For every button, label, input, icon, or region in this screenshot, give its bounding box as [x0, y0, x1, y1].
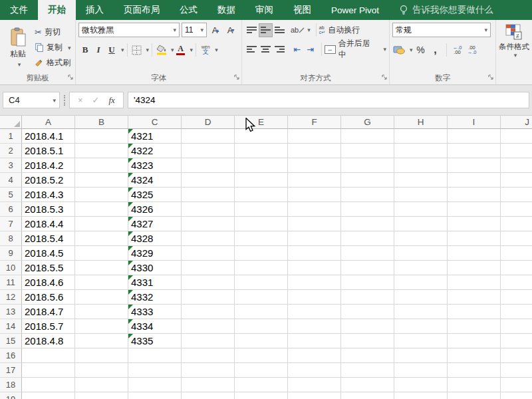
cell-J10[interactable] — [501, 261, 532, 275]
cell-C14[interactable]: 4334 — [128, 319, 182, 334]
column-header-I[interactable]: I — [448, 116, 501, 129]
fill-color-button[interactable] — [155, 43, 168, 57]
cell-B14[interactable] — [75, 319, 128, 334]
cell-B19[interactable] — [75, 392, 128, 399]
cell-G1[interactable] — [341, 129, 394, 144]
column-header-D[interactable]: D — [182, 116, 235, 129]
cell-A9[interactable]: 2018.4.5 — [22, 246, 75, 261]
cell-B11[interactable] — [75, 275, 128, 290]
row-header-3[interactable]: 3 — [0, 158, 22, 173]
column-header-C[interactable]: C — [128, 116, 182, 129]
row-header-4[interactable]: 4 — [0, 173, 22, 188]
cell-I6[interactable] — [448, 202, 501, 217]
cell-A19[interactable] — [22, 392, 75, 399]
orientation-button[interactable]: ab ▾ — [291, 23, 311, 37]
cell-B13[interactable] — [75, 305, 128, 319]
borders-button[interactable] — [130, 43, 144, 57]
cell-C2[interactable]: 4322 — [128, 144, 182, 158]
cell-G6[interactable] — [341, 202, 394, 217]
cell-I3[interactable] — [448, 158, 501, 173]
cell-C4[interactable]: 4324 — [128, 173, 182, 188]
name-box-dropdown-arrow[interactable]: ▾ — [53, 97, 56, 104]
cell-J18[interactable] — [501, 378, 532, 392]
cell-A11[interactable]: 2018.4.6 — [22, 275, 75, 290]
tab-insert[interactable]: 插入 — [76, 0, 114, 20]
align-top-button[interactable] — [245, 23, 259, 37]
cell-G19[interactable] — [341, 392, 394, 399]
cell-F8[interactable] — [288, 231, 341, 246]
cell-H10[interactable] — [394, 261, 448, 275]
formula-input[interactable]: '4324 — [128, 92, 529, 108]
cell-G18[interactable] — [341, 378, 394, 392]
cell-B12[interactable] — [75, 290, 128, 305]
font-dialog-launcher-icon[interactable] — [234, 70, 239, 82]
percent-style-button[interactable]: % — [414, 43, 428, 57]
cell-D4[interactable] — [182, 173, 235, 188]
cell-I16[interactable] — [448, 348, 501, 363]
number-format-select[interactable]: 常规 ▾ — [392, 23, 491, 37]
cell-E13[interactable] — [235, 305, 288, 319]
cell-H12[interactable] — [394, 290, 448, 305]
cell-I14[interactable] — [448, 319, 501, 334]
increase-decimal-button[interactable]: ←.0 .00 — [451, 43, 464, 57]
cell-J1[interactable] — [501, 129, 532, 144]
cell-C19[interactable] — [128, 392, 182, 399]
cell-B4[interactable] — [75, 173, 128, 188]
cell-D7[interactable] — [182, 217, 235, 231]
cell-F2[interactable] — [288, 144, 341, 158]
cell-F5[interactable] — [288, 188, 341, 202]
column-header-G[interactable]: G — [341, 116, 394, 129]
cell-J16[interactable] — [501, 348, 532, 363]
cell-F1[interactable] — [288, 129, 341, 144]
row-header-2[interactable]: 2 — [0, 144, 22, 158]
cell-B7[interactable] — [75, 217, 128, 231]
font-size-select[interactable]: 11 ▾ — [182, 23, 207, 37]
cell-B9[interactable] — [75, 246, 128, 261]
cell-C16[interactable] — [128, 348, 182, 363]
cell-I18[interactable] — [448, 378, 501, 392]
decrease-decimal-button[interactable]: .00 →.0 — [466, 43, 479, 57]
cell-D10[interactable] — [182, 261, 235, 275]
cell-I5[interactable] — [448, 188, 501, 202]
tab-formulas[interactable]: 公式 — [170, 0, 207, 20]
cell-D15[interactable] — [182, 334, 235, 348]
cell-H17[interactable] — [394, 363, 448, 378]
cell-J9[interactable] — [501, 246, 532, 261]
column-header-J[interactable]: J — [501, 116, 532, 129]
cell-E5[interactable] — [235, 188, 288, 202]
cell-I4[interactable] — [448, 173, 501, 188]
cell-J6[interactable] — [501, 202, 532, 217]
column-header-F[interactable]: F — [288, 116, 341, 129]
cell-E10[interactable] — [235, 261, 288, 275]
cell-H1[interactable] — [394, 129, 448, 144]
row-header-5[interactable]: 5 — [0, 188, 22, 202]
row-header-1[interactable]: 1 — [0, 129, 22, 144]
row-header-7[interactable]: 7 — [0, 217, 22, 231]
cell-E12[interactable] — [235, 290, 288, 305]
decrease-indent-button[interactable]: ⇤ — [291, 42, 304, 57]
cell-E19[interactable] — [235, 392, 288, 399]
cell-E9[interactable] — [235, 246, 288, 261]
cell-A7[interactable]: 2018.4.4 — [22, 217, 75, 231]
cell-I13[interactable] — [448, 305, 501, 319]
alignment-dialog-launcher-icon[interactable] — [382, 70, 387, 82]
cell-A18[interactable] — [22, 378, 75, 392]
number-dialog-launcher-icon[interactable] — [488, 70, 493, 82]
cell-D1[interactable] — [182, 129, 235, 144]
bold-button[interactable]: B — [78, 43, 92, 57]
underline-dropdown-arrow[interactable]: ▾ — [121, 47, 124, 53]
cell-C10[interactable]: 4330 — [128, 261, 182, 275]
cell-F15[interactable] — [288, 334, 341, 348]
cell-E14[interactable] — [235, 319, 288, 334]
formula-bar-splitter[interactable] — [64, 95, 65, 106]
cut-button[interactable]: ✂ 剪切 — [35, 26, 71, 39]
cell-B18[interactable] — [75, 378, 128, 392]
cell-F10[interactable] — [288, 261, 341, 275]
row-header-8[interactable]: 8 — [0, 231, 22, 246]
cell-A4[interactable]: 2018.5.2 — [22, 173, 75, 188]
cell-E11[interactable] — [235, 275, 288, 290]
row-header-12[interactable]: 12 — [0, 290, 22, 305]
cell-J12[interactable] — [501, 290, 532, 305]
cell-A8[interactable]: 2018.5.4 — [22, 231, 75, 246]
cell-E18[interactable] — [235, 378, 288, 392]
